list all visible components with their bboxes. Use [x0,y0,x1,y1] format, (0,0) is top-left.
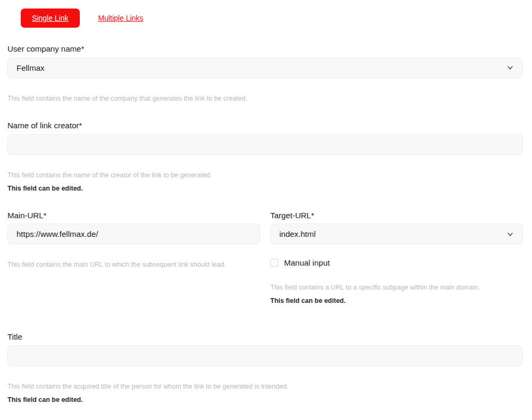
manual-input-row: Manual input [270,258,523,267]
target-url-help-text: This field contains a URL to a specific … [270,283,523,292]
main-url-help-text: This field contains the main URL to whic… [7,260,260,269]
title-input[interactable] [7,345,523,366]
tab-single-link[interactable]: Single Link [21,9,80,28]
field-group-company: User company name* Fellmax This field co… [7,44,523,103]
main-url-input[interactable] [7,224,260,244]
target-url-select[interactable]: index.html [270,224,523,244]
tab-single-link-label: Single Link [32,14,69,22]
target-url-editable-note: This field can be edited. [270,296,523,306]
company-select[interactable]: Fellmax [7,57,523,78]
target-url-select-value: index.html [279,229,315,238]
tab-multiple-links[interactable]: Multiple Links [98,14,144,22]
main-url-label: Main-URL* [7,211,260,221]
creator-input[interactable] [7,134,523,155]
chevron-down-icon [506,230,514,238]
creator-label: Name of link creator* [7,121,523,131]
manual-input-checkbox[interactable] [270,259,278,267]
creator-help-text: This field contains the name of the crea… [7,170,523,180]
manual-input-label[interactable]: Manual input [284,258,330,267]
company-help-text: This field contains the name of the comp… [7,94,523,103]
field-group-main-url: Main-URL* This field contains the main U… [7,211,260,306]
chevron-down-icon [506,64,514,71]
company-label: User company name* [7,44,523,54]
target-url-label: Target-URL* [270,211,523,221]
field-group-title: Title This field contains the acquired t… [7,332,523,405]
title-label: Title [7,332,523,342]
tab-multiple-links-label: Multiple Links [98,14,144,22]
link-mode-tabs: Single Link Multiple Links [0,0,532,28]
title-help-text: This field contains the acquired title o… [7,382,523,391]
company-select-value: Fellmax [16,63,45,72]
field-group-target-url: Target-URL* index.html Manual input This… [270,211,523,306]
link-generator-form: User company name* Fellmax This field co… [0,28,532,420]
url-row: Main-URL* This field contains the main U… [7,211,523,306]
creator-editable-note: This field can be edited. [7,184,523,193]
field-group-creator: Name of link creator* This field contain… [7,121,523,193]
title-editable-note: This field can be edited. [7,395,523,405]
